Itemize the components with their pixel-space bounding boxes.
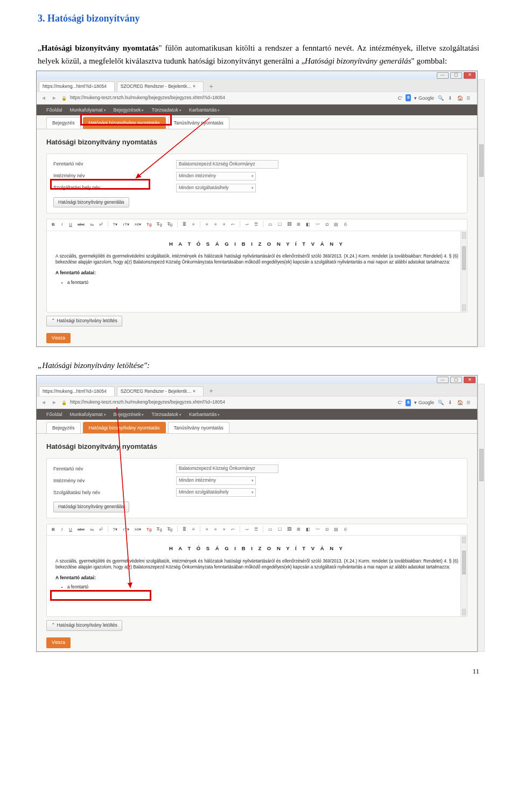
tb-align-r[interactable]: ≡ bbox=[221, 221, 227, 229]
nav-karbantartas[interactable]: Karbantartás bbox=[189, 106, 220, 114]
nav-munkafolyamat-2[interactable]: Munkafolyamat bbox=[70, 411, 106, 418]
download-accordion-button[interactable]: ⌃ Hatósági bizonyítvány letöltés bbox=[46, 316, 122, 327]
window-close-button-2[interactable]: ✕ bbox=[464, 377, 476, 383]
nav-fooldal-2[interactable]: Főoldal bbox=[46, 411, 62, 418]
tb-size-2[interactable]: rT▾ bbox=[121, 526, 131, 534]
tb-hr-2[interactable]: Ω bbox=[324, 526, 330, 534]
tb-ext3-2[interactable]: 〰 bbox=[314, 526, 322, 534]
tb-image[interactable]: ☐ bbox=[276, 221, 283, 229]
tb-sup-2[interactable]: x² bbox=[97, 526, 104, 534]
nav-torzsadatok[interactable]: Törzsadatok bbox=[152, 106, 181, 114]
tb-link-2[interactable]: 🖼 bbox=[285, 526, 293, 534]
search-icon[interactable]: 🔍 bbox=[437, 95, 444, 101]
tb-print-2[interactable] bbox=[351, 526, 357, 534]
back-button[interactable]: Vissza bbox=[46, 333, 71, 344]
tb-ext1[interactable]: ⊞ bbox=[295, 221, 302, 229]
tb-italic[interactable]: I bbox=[59, 221, 65, 229]
editor-document-2[interactable]: H A T Ó S Á G I B I Z O N Y Í T V Á N Y … bbox=[47, 536, 467, 616]
browser-new-tab-button[interactable]: ＋ bbox=[206, 81, 216, 92]
browser-tab-2b[interactable]: SZOCREG Rendszer - Bejelentk… × bbox=[117, 386, 204, 397]
page-scroll-thumb-1[interactable] bbox=[479, 144, 484, 177]
nav-bejegyzesek[interactable]: Bejegyzések bbox=[114, 106, 144, 114]
tb-font[interactable]: T▾ bbox=[111, 221, 120, 229]
search-engine-label-2[interactable]: ▾ Google bbox=[414, 399, 434, 406]
tb-ext2-2[interactable]: ◧ bbox=[304, 526, 312, 534]
subtab-tanusitvany-2[interactable]: Tanúsítvány nyomtatás bbox=[168, 422, 229, 433]
browser-back-button-2[interactable]: ◄ bbox=[40, 399, 47, 406]
browser-url-2[interactable]: https://mukeng-teszt.nrszh.hu/mukeng/bej… bbox=[70, 399, 395, 406]
tb-underline[interactable]: U bbox=[67, 221, 74, 229]
tb-align-c-2[interactable]: ≡ bbox=[212, 526, 219, 534]
tb-font-2[interactable]: T▾ bbox=[111, 526, 120, 534]
tb-clear[interactable]: T̶g bbox=[166, 221, 174, 229]
editor-scrollbar-2[interactable] bbox=[460, 536, 467, 616]
select-szolg-2[interactable]: Minden szolgáltatásihely bbox=[176, 488, 256, 497]
hamburger-menu-icon-2[interactable] bbox=[466, 399, 474, 406]
tb-bold[interactable]: B bbox=[50, 221, 57, 229]
nav-fooldal[interactable]: Főoldal bbox=[46, 106, 62, 114]
page-scrollbar-1[interactable] bbox=[478, 79, 485, 347]
subtab-bejegyzes-2[interactable]: Bejegyzés bbox=[46, 422, 81, 433]
tb-print[interactable] bbox=[351, 221, 357, 229]
editor-scroll-thumb-2[interactable] bbox=[462, 551, 466, 574]
tb-bg[interactable]: T̶g bbox=[155, 221, 163, 229]
select-intezmeny[interactable]: Minden intézmény bbox=[176, 172, 256, 181]
nav-torzsadatok-2[interactable]: Törzsadatok bbox=[152, 411, 181, 418]
download-icon-2[interactable]: ⬇ bbox=[447, 399, 453, 406]
nav-munkafolyamat[interactable]: Munkafolyamat bbox=[70, 106, 106, 114]
browser-new-tab-button-2[interactable]: ＋ bbox=[206, 386, 216, 396]
reload-icon-2[interactable]: C' bbox=[398, 399, 402, 406]
tb-list-ul-2[interactable]: ≡ bbox=[190, 526, 197, 534]
tb-align-j[interactable]: ⤺ bbox=[229, 221, 236, 229]
browser-url[interactable]: https://mukeng-teszt.nrszh.hu/mukeng/bej… bbox=[70, 94, 395, 102]
browser-forward-button-2[interactable]: ► bbox=[51, 399, 58, 406]
tb-size[interactable]: rT▾ bbox=[121, 221, 131, 229]
tb-undo-2[interactable]: ⤻ bbox=[243, 526, 250, 534]
subtab-hatosagi-2[interactable]: Hatósági bizonyítvány nyomtatás bbox=[83, 422, 166, 433]
browser-forward-button[interactable]: ► bbox=[51, 94, 58, 102]
tb-strike[interactable]: abc bbox=[76, 221, 86, 229]
tb-sub-2[interactable]: x₂ bbox=[88, 526, 95, 534]
window-minimize-button-2[interactable]: — bbox=[437, 377, 449, 383]
tb-sub[interactable]: x₂ bbox=[88, 221, 95, 229]
tb-hr[interactable]: Ω bbox=[324, 221, 330, 229]
tb-omega-2[interactable]: ▤ bbox=[332, 526, 340, 534]
tb-redo-2[interactable]: ☰ bbox=[253, 526, 260, 534]
editor-scroll-thumb[interactable] bbox=[462, 246, 466, 270]
tb-table-2[interactable]: ▭ bbox=[267, 526, 274, 534]
tb-src-2[interactable]: ⎙ bbox=[342, 526, 348, 534]
back-button-2[interactable]: Vissza bbox=[46, 637, 71, 648]
tb-underline-2[interactable]: U bbox=[67, 526, 74, 534]
window-maximize-button-2[interactable]: ▢ bbox=[450, 377, 462, 383]
home-icon-2[interactable]: 🏠 bbox=[457, 399, 463, 406]
subtab-bejegyzes[interactable]: Bejegyzés bbox=[46, 117, 81, 128]
input-fenntarto[interactable]: Balatonszepezd Község Önkormányz bbox=[176, 160, 278, 169]
input-fenntarto-2[interactable]: Balatonszepezd Község Önkormányz bbox=[176, 464, 278, 473]
tb-bg-2[interactable]: T̶g bbox=[155, 526, 163, 534]
tb-link[interactable]: 🖼 bbox=[285, 221, 293, 229]
home-icon[interactable]: 🏠 bbox=[457, 95, 463, 101]
select-intezmeny-2[interactable]: Minden intézmény bbox=[176, 476, 256, 485]
tb-align-r-2[interactable]: ≡ bbox=[221, 526, 227, 534]
tb-align-j-2[interactable]: ⤺ bbox=[229, 526, 236, 534]
tb-strike-2[interactable]: abc bbox=[76, 526, 86, 534]
download-accordion-button-2[interactable]: ⌃ Hatósági bizonyítvány letöltés bbox=[46, 620, 122, 631]
tb-italic-2[interactable]: I bbox=[59, 526, 65, 534]
select-szolg[interactable]: Minden szolgáltatásihely bbox=[176, 184, 256, 192]
browser-tab-2[interactable]: SZOCREG Rendszer - Bejelentk… × bbox=[117, 81, 204, 92]
subtab-tanusitvany[interactable]: Tanúsítvány nyomtatás bbox=[168, 117, 229, 128]
tb-image-2[interactable]: ☐ bbox=[276, 526, 283, 534]
tb-ext1-2[interactable]: ⊞ bbox=[295, 526, 302, 534]
hamburger-menu-icon[interactable] bbox=[466, 95, 474, 101]
search-engine-label[interactable]: ▾ Google bbox=[414, 94, 434, 102]
tb-omega[interactable]: ▤ bbox=[332, 221, 340, 229]
tb-sup[interactable]: x² bbox=[97, 221, 104, 229]
tb-align-l-2[interactable]: ≡ bbox=[204, 526, 210, 534]
reload-icon[interactable]: C' bbox=[398, 94, 402, 102]
tb-color-2[interactable]: Tg bbox=[145, 526, 153, 534]
window-close-button[interactable]: ✕ bbox=[464, 72, 476, 79]
tb-ext2[interactable]: ◧ bbox=[304, 221, 312, 229]
window-maximize-button[interactable]: ▢ bbox=[450, 72, 462, 79]
tb-bold-2[interactable]: B bbox=[50, 526, 57, 534]
tb-src[interactable]: ⎙ bbox=[342, 221, 348, 229]
